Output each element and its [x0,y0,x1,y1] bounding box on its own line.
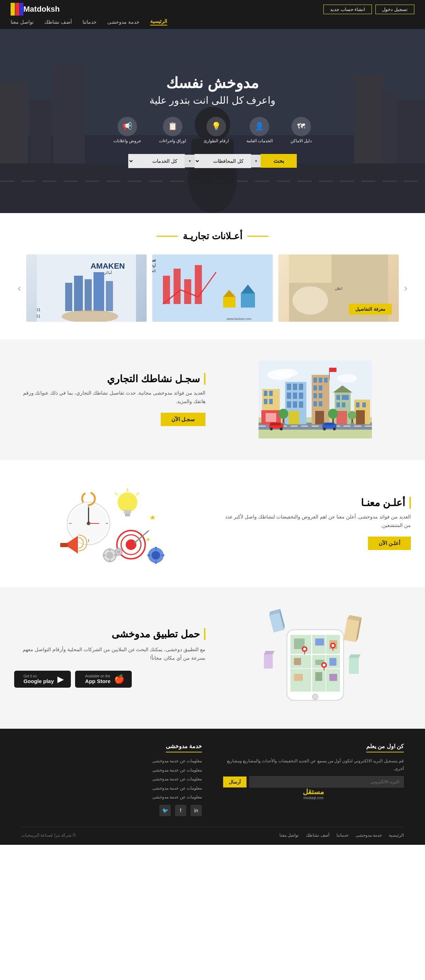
advertise-title: أعلـن معنـا [220,497,411,509]
mostaql-branding: مستقل mostaql.com [223,788,404,800]
svg-point-47 [276,369,297,377]
register-inner: سجـل نشاطك التجاري العديد من فوائد مدوخش… [0,361,425,439]
footer-service-link-4[interactable]: معلومات عن خدمة مدوخشى [21,784,202,792]
linkedin-icon[interactable]: in [190,805,202,816]
nav-contact[interactable]: تواصل معنا [11,19,34,25]
advertise-content: أعلـن معنـا العديد من فوائد مدوخشى. أعلن… [205,497,411,550]
ad-card-2-image: تعرف على أفضل أوقات بيع وشراء العقارات ف… [152,255,273,322]
svg-rect-61 [293,383,297,390]
svg-rect-148 [161,554,165,556]
nav-service[interactable]: خدمة مدوخشى [107,19,139,25]
search-button[interactable]: بحث [260,154,297,168]
email-input[interactable] [249,776,404,788]
footer-nav-contact[interactable]: تواصل معنا [280,833,299,838]
service-col-title: خدمة مدوخشى [166,743,202,752]
svg-text:تعرف على أفضل: تعرف على أفضل [152,258,156,262]
facebook-icon[interactable]: f [175,805,186,816]
footer-service-link-1[interactable]: معلومات عن خدمة مدوخشى [21,757,202,765]
top-bar: تسجيل دخول انشاء حساب جديد Matdoksh M [0,0,425,18]
svg-point-128 [126,539,136,550]
footer: كن اول من يعلم قم بتسجيل البريد الالكترو… [0,729,425,845]
hero-icon-services[interactable]: 👤 الخدمات العامة [246,117,273,143]
ads-section: أعـلانات تجاريـة ‹ اعلان معرفة التفاصيل [0,213,425,339]
advertise-now-button[interactable]: أعلـن الآن [368,536,411,550]
svg-rect-73 [324,378,328,383]
svg-rect-74 [313,385,317,390]
svg-rect-102 [270,423,281,425]
svg-rect-58 [266,413,276,422]
svg-text:★: ★ [149,514,156,521]
svg-rect-1 [15,3,19,16]
svg-point-134 [106,552,113,559]
svg-text:www.bestset.com: www.bestset.com [226,317,251,321]
footer-service-link-3[interactable]: معلومات عن خدمة مدوخشى [21,775,202,783]
top-bar-buttons: تسجيل دخول انشاء حساب جديد [323,5,414,14]
hero-section: مدوخش نفسك واعرف كل اللى انت بتدور علية … [0,29,425,213]
svg-point-100 [348,411,356,419]
app-map-illustration-icon [259,608,372,708]
svg-text:01012127311: 01012127311 [37,314,40,318]
footer-service-link-2[interactable]: معلومات عن خدمة مدوخشى [21,767,202,774]
login-button[interactable]: تسجيل دخول [375,5,414,14]
ads-prev-button[interactable]: ‹ [401,279,411,297]
register-now-button[interactable]: سجـل الآن [161,413,205,426]
register-illustration [220,361,411,439]
svg-text:اعلان: اعلان [335,287,342,291]
provinces-select[interactable]: كل المحافظات [195,154,251,168]
footer-nav-home[interactable]: الرئيسية [389,833,404,838]
hero-icon-emergency[interactable]: 💡 ارقام الطوارئ [204,117,228,143]
footer-nav-services[interactable]: خدماتنا [337,833,348,838]
svg-rect-89 [337,411,347,424]
svg-rect-38 [74,276,83,311]
svg-rect-146 [155,561,157,564]
footer-nav-add[interactable]: أضف نشاطك [306,833,329,838]
mostaql-logo: مستقل [303,788,324,796]
svg-rect-60 [287,383,291,390]
provinces-dropdown-btn[interactable]: ▾ [251,155,260,167]
ad-details-button[interactable]: معرفة التفاصيل [349,304,392,315]
svg-rect-164 [315,672,322,681]
svg-rect-28 [241,293,255,307]
svg-rect-66 [287,401,291,408]
svg-rect-65 [299,393,303,399]
logo-area: Matdoksh M [11,3,60,16]
footer-bottom: الرئيسية خدمة مدوخشى خدماتنا أضف نشاطك ت… [21,827,404,838]
svg-rect-23 [174,269,181,304]
svg-point-48 [337,374,357,383]
svg-rect-72 [319,378,322,383]
services-dropdown-btn[interactable]: ▾ [185,155,195,167]
svg-rect-160 [294,658,301,665]
twitter-icon[interactable]: 🐦 [159,805,171,816]
svg-rect-82 [329,368,337,372]
footer-nav-service[interactable]: خدمة مدوخشى [356,833,382,838]
nav-add[interactable]: أضف نشاطك [44,19,72,25]
social-icons: in f 🐦 [21,805,202,816]
app-description: مع التطبيق دوخشى، يمكنك البحث عن الملايي… [14,646,205,663]
app-download-section: حمل تطبيق مدوخشى مع التطبيق دوخشى، يمكنك… [0,587,425,729]
svg-rect-132 [60,543,68,547]
app-illustration [220,608,411,708]
advertise-inner: أعلـن معنـا العديد من فوائد مدوخشى. أعلن… [0,481,425,566]
footer-service-link-5[interactable]: معلومات عن خدمة مدوخشى [21,794,202,801]
register-button[interactable]: انشاء حساب جديد [323,5,372,14]
hero-subtitle: واعرف كل اللى انت بتدور علية [0,94,425,106]
svg-point-98 [328,409,338,419]
appstore-button[interactable]: 🍎 Available on the App Store [75,671,132,688]
hero-icon-papers[interactable]: 📋 اوراق واجراءات [159,117,186,143]
ads-next-button[interactable]: › [14,279,24,297]
ads-section-title: أعـلانات تجاريـة [183,231,242,242]
newsletter-form: أرسال [223,776,404,788]
svg-rect-64 [293,393,297,399]
svg-rect-106 [324,423,334,425]
svg-rect-162 [329,658,337,666]
services-select[interactable]: كل الخدمات [128,154,185,168]
hero-icon-map[interactable]: 🗺 دليل الاماكن [291,117,312,143]
googleplay-button[interactable]: ▶ Get it on Google play [14,671,71,688]
hero-icon-offers[interactable]: 📢 عروض واعلانات [113,117,141,143]
ad-card-3: AMAKEN أماكن 01028078721 01012127311 [26,255,147,322]
send-button[interactable]: أرسال [223,776,246,788]
nav-services[interactable]: خدماتنا [83,19,97,25]
svg-rect-2 [20,3,23,16]
brand-name: Matdoksh [23,5,60,14]
nav-home[interactable]: الرئيسية [150,18,167,25]
